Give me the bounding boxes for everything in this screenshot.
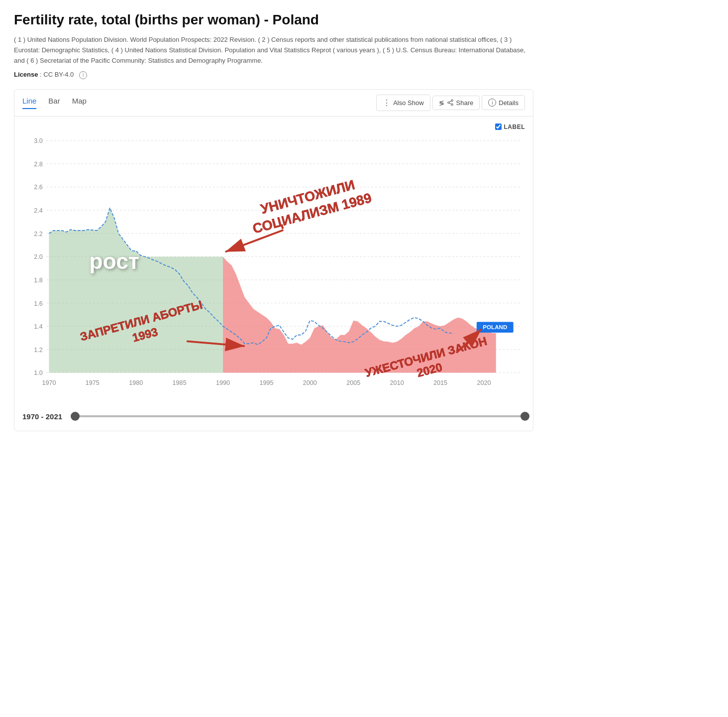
svg-text:2.6: 2.6: [34, 184, 43, 191]
tab-line[interactable]: Line: [22, 97, 36, 109]
svg-line-3: [449, 103, 451, 104]
svg-text:2005: 2005: [346, 379, 360, 386]
y-axis: 3.0 2.8 2.6 2.4 2.2 2.0 1.8 1.6 1.4 1.2 …: [34, 137, 43, 376]
green-area: [49, 208, 223, 372]
svg-text:2000: 2000: [303, 379, 317, 386]
range-slider-area: 1970 - 2021: [14, 403, 533, 431]
svg-text:2020: 2020: [477, 379, 491, 386]
svg-point-1: [447, 102, 449, 104]
range-label: 1970 - 2021: [22, 412, 67, 421]
page-title: Fertility rate, total (births per woman)…: [14, 12, 533, 28]
svg-text:1.0: 1.0: [34, 369, 43, 376]
svg-point-2: [451, 104, 453, 106]
annotation-extinction-text: вымирание: [298, 294, 443, 323]
license-value: CC BY-4.0: [43, 71, 74, 78]
range-slider[interactable]: [75, 415, 525, 417]
svg-text:2.0: 2.0: [34, 253, 43, 260]
share-icon-svg: [447, 99, 454, 106]
main-chart-svg: 3.0 2.8 2.6 2.4 2.2 2.0 1.8 1.6 1.4 1.2 …: [22, 124, 525, 403]
details-button[interactable]: i Details: [482, 95, 525, 110]
svg-text:1995: 1995: [259, 379, 273, 386]
svg-text:1.2: 1.2: [34, 347, 43, 354]
svg-text:1970: 1970: [42, 379, 56, 386]
sources-text: ( 1 ) United Nations Population Division…: [14, 35, 533, 66]
chart-tabs: Line Bar Map: [22, 97, 87, 109]
svg-text:2.4: 2.4: [34, 207, 43, 214]
svg-text:1980: 1980: [129, 379, 143, 386]
share-button[interactable]: ≶ Share: [432, 96, 480, 110]
svg-text:1975: 1975: [86, 379, 100, 386]
annotation-socialism-group: УНИЧТОЖИЛИ СОЦИАЛИЗМ 1989: [247, 173, 373, 236]
svg-text:2.2: 2.2: [34, 231, 43, 238]
chart-toolbar: Line Bar Map ⋮ Also Show ≶ Share i Detai…: [14, 90, 533, 117]
chart-actions: ⋮ Also Show ≶ Share i Details: [376, 95, 525, 111]
range-handle-left[interactable]: [71, 412, 80, 421]
svg-text:1.4: 1.4: [34, 323, 43, 330]
svg-text:3.0: 3.0: [34, 137, 43, 144]
svg-text:1990: 1990: [216, 379, 230, 386]
chart-container: Line Bar Map ⋮ Also Show ≶ Share i Detai…: [14, 89, 533, 431]
info-icon-btn: i: [488, 99, 496, 107]
license-info-icon[interactable]: i: [79, 71, 87, 79]
range-handle-right[interactable]: [520, 412, 529, 421]
svg-text:2010: 2010: [390, 379, 404, 386]
svg-text:2015: 2015: [433, 379, 447, 386]
chart-body: LABEL 3.0 2.8 2.6 2.4 2.2 2.0 1.8 1.6 1.…: [14, 117, 533, 403]
svg-line-4: [449, 101, 451, 102]
chart-svg-wrapper: 3.0 2.8 2.6 2.4 2.2 2.0 1.8 1.6 1.4 1.2 …: [22, 124, 525, 403]
dots-icon: ⋮: [383, 98, 391, 108]
svg-point-0: [451, 100, 453, 102]
svg-text:1.8: 1.8: [34, 277, 43, 284]
tab-map[interactable]: Map: [72, 97, 87, 109]
svg-text:2.8: 2.8: [34, 161, 43, 168]
country-label-text: POLAND: [483, 324, 507, 330]
also-show-button[interactable]: ⋮ Also Show: [376, 95, 430, 111]
annotation-growth-text: рост: [89, 249, 139, 273]
svg-text:1985: 1985: [173, 379, 187, 386]
tab-bar[interactable]: Bar: [48, 97, 60, 109]
share-icon: ≶: [439, 99, 444, 107]
svg-text:1.6: 1.6: [34, 300, 43, 307]
license-line: License : CC BY-4.0 i: [14, 71, 533, 79]
x-axis: 1970 1975 1980 1985 1990 1995 2000 2005 …: [42, 379, 491, 386]
range-track: [75, 415, 525, 417]
license-label: License: [14, 71, 38, 78]
